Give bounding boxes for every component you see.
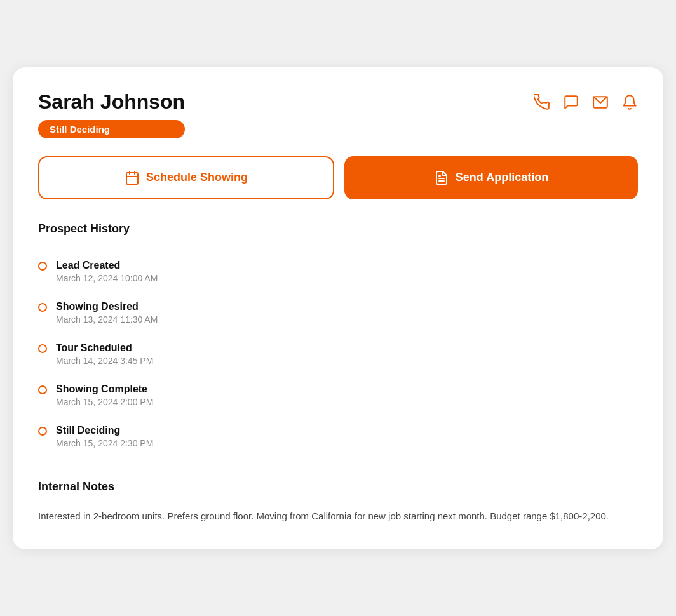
prospect-history: Prospect History Lead Created March 12, … [38,222,638,457]
history-event: Showing Desired [56,301,158,312]
history-event: Lead Created [56,260,158,271]
contact-name: Sarah Johnson [38,90,185,114]
list-item: Tour Scheduled March 14, 2024 3:45 PM [38,333,638,375]
history-date: March 12, 2024 10:00 AM [56,273,158,283]
history-content: Tour Scheduled March 14, 2024 3:45 PM [56,342,153,366]
header-icons [534,90,638,113]
send-application-label: Send Application [456,171,548,184]
history-date: March 13, 2024 11:30 AM [56,314,158,325]
list-item: Still Deciding March 15, 2024 2:30 PM [38,416,638,457]
history-content: Showing Complete March 15, 2024 2:00 PM [56,384,153,407]
history-content: Showing Desired March 13, 2024 11:30 AM [56,301,158,325]
history-date: March 15, 2024 2:30 PM [56,438,153,448]
history-event: Tour Scheduled [56,342,153,354]
history-content: Still Deciding March 15, 2024 2:30 PM [56,425,153,448]
internal-notes-title: Internal Notes [38,480,638,493]
status-badge: Still Deciding [38,120,185,138]
history-event: Still Deciding [56,425,153,436]
schedule-showing-button[interactable]: Schedule Showing [38,156,334,199]
email-icon[interactable] [592,94,609,113]
header-left: Sarah Johnson Still Deciding [38,90,185,138]
history-dot [38,385,47,394]
internal-notes: Internal Notes Interested in 2-bedroom u… [38,480,638,524]
history-dot [38,427,47,436]
history-dot [38,303,47,312]
history-dot [38,262,47,271]
schedule-showing-label: Schedule Showing [146,171,248,184]
history-event: Showing Complete [56,384,153,395]
history-list: Lead Created March 12, 2024 10:00 AM Sho… [38,251,638,457]
list-item: Showing Desired March 13, 2024 11:30 AM [38,292,638,333]
history-dot [38,344,47,353]
action-buttons: Schedule Showing Send Application [38,156,638,199]
prospect-history-title: Prospect History [38,222,638,236]
bell-icon[interactable] [621,94,638,113]
list-item: Lead Created March 12, 2024 10:00 AM [38,251,638,292]
svg-rect-1 [126,173,138,184]
contact-card: Sarah Johnson Still Deciding [13,67,663,549]
message-icon[interactable] [563,94,579,113]
send-application-button[interactable]: Send Application [344,156,638,199]
header: Sarah Johnson Still Deciding [38,90,638,138]
notes-text: Interested in 2-bedroom units. Prefers g… [38,509,638,524]
phone-icon[interactable] [534,94,550,113]
history-date: March 15, 2024 2:00 PM [56,397,153,407]
list-item: Showing Complete March 15, 2024 2:00 PM [38,375,638,416]
history-date: March 14, 2024 3:45 PM [56,356,153,366]
history-content: Lead Created March 12, 2024 10:00 AM [56,260,158,283]
